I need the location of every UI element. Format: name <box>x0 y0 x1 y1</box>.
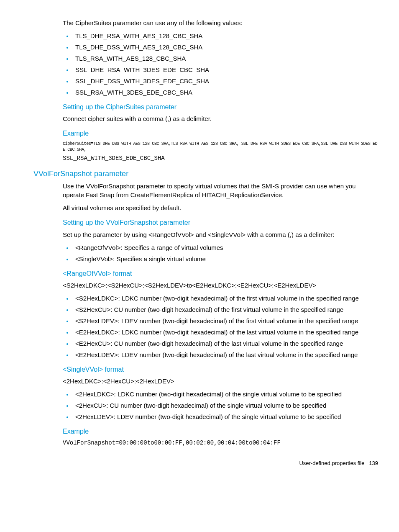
list-item: <2HexLDEV>: LDEV number (two-digit hexad… <box>73 412 378 421</box>
cipher-setup-text: Connect cipher suites with a comma (,) a… <box>63 114 378 123</box>
list-item: <E2HexCU>: CU number (two-digit hexadeci… <box>73 339 378 348</box>
list-item: <S2HexLDEV>: LDEV number (two-digit hexa… <box>73 316 378 325</box>
vvol-example: VVolForSnapshot=00:00:00to00:00:FF,00:02… <box>63 439 378 447</box>
example-heading-2: Example <box>63 427 378 436</box>
example-heading: Example <box>63 129 378 138</box>
list-item: <E2HexLDEV>: LDEV number (two-digit hexa… <box>73 350 378 359</box>
vvol-setup-heading: Setting up the VVolForSnapshot parameter <box>63 218 378 227</box>
footer-text: User-defined.properties file <box>299 460 364 466</box>
cipher-example-line1: CipherSuites=TLS_DHE_DSS_WITH_AES_128_CB… <box>63 141 378 153</box>
cipher-intro: The CipherSuites parameter can use any o… <box>63 18 378 27</box>
footer-page: 139 <box>369 460 378 466</box>
list-item: TLS_RSA_WITH_AES_128_CBC_SHA <box>73 54 378 63</box>
vvol-setup-text: Set up the parameter by using <RangeOfVV… <box>63 230 378 239</box>
single-format: <2HexLDKC>:<2HexCU>:<2HexLDEV> <box>63 377 378 386</box>
vvol-heading: VVolForSnapshot parameter <box>33 169 378 179</box>
list-item: <2HexCU>: CU number (two-digit hexadecim… <box>73 401 378 410</box>
list-item: SSL_DHE_DSS_WITH_3DES_EDE_CBC_SHA <box>73 77 378 85</box>
range-heading: <RangeOfVVol> format <box>63 269 378 278</box>
vvol-setup-list: <RangeOfVVol>: Specifies a range of virt… <box>63 243 378 263</box>
vvol-intro1: Use the VVolForSnapshot parameter to spe… <box>63 182 378 199</box>
list-item: TLS_DHE_DSS_WITH_AES_128_CBC_SHA <box>73 43 378 51</box>
list-item: <SingleVVol>: Specifies a single virtual… <box>73 254 378 263</box>
single-list: <2HexLDKC>: LDKC number (two-digit hexad… <box>63 390 378 421</box>
list-item: SSL_RSA_WITH_3DES_EDE_CBC_SHA <box>73 88 378 97</box>
list-item: TLS_DHE_RSA_WITH_AES_128_CBC_SHA <box>73 31 378 40</box>
list-item: <RangeOfVVol>: Specifies a range of virt… <box>73 243 378 252</box>
range-list: <S2HexLDKC>: LDKC number (two-digit hexa… <box>63 294 378 359</box>
cipher-setup-heading: Setting up the CipherSuites parameter <box>63 103 378 112</box>
list-item: <E2HexLDKC>: LDKC number (two-digit hexa… <box>73 328 378 337</box>
page-footer: User-defined.properties file 139 <box>21 460 378 467</box>
cipher-example-line2: SSL_RSA_WITH_3DES_EDE_CBC_SHA <box>63 154 378 163</box>
list-item: <S2HexLDKC>: LDKC number (two-digit hexa… <box>73 294 378 303</box>
cipher-list: TLS_DHE_RSA_WITH_AES_128_CBC_SHA TLS_DHE… <box>63 31 378 97</box>
list-item: <2HexLDKC>: LDKC number (two-digit hexad… <box>73 390 378 398</box>
range-format: <S2HexLDKC>:<S2HexCU>:<S2HexLDEV>to<E2He… <box>63 281 378 290</box>
list-item: SSL_DHE_RSA_WITH_3DES_EDE_CBC_SHA <box>73 65 378 74</box>
list-item: <S2HexCU>: CU number (two-digit hexadeci… <box>73 305 378 314</box>
single-heading: <SingleVVol> format <box>63 365 378 374</box>
vvol-intro2: All virtual volumes are specified by def… <box>63 203 378 212</box>
